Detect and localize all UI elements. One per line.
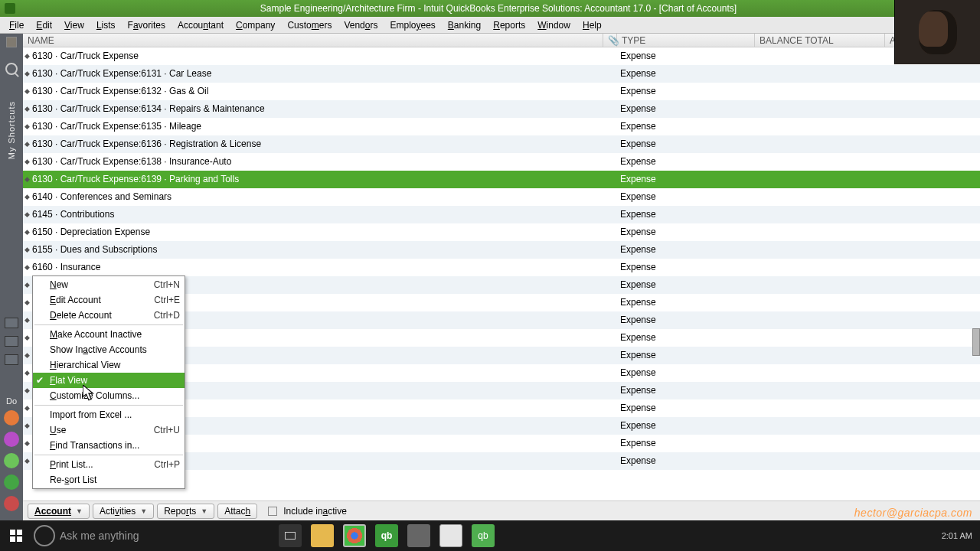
- context-menu-item[interactable]: ✔Flat View: [33, 373, 185, 388]
- table-row[interactable]: ◆6155 · Dues and SubscriptionsExpense: [23, 241, 980, 259]
- row-type: Expense: [617, 191, 755, 202]
- menu-accountant[interactable]: Accountant: [172, 18, 230, 32]
- table-row[interactable]: ◆6130 · Car/Truck Expense:6134 · Repairs…: [23, 100, 980, 118]
- file-explorer-icon[interactable]: [311, 524, 334, 547]
- notepad-icon[interactable]: [439, 524, 462, 547]
- taskbar-search-input[interactable]: Ask me anything: [60, 530, 259, 542]
- taskbar-clock[interactable]: 2:01 AM: [942, 531, 972, 540]
- row-type: Expense: [617, 227, 755, 237]
- sidebar-shortcut-2[interactable]: [5, 336, 18, 347]
- taskbar-app-icon[interactable]: [407, 524, 430, 547]
- cortana-icon[interactable]: [34, 525, 55, 546]
- quickbooks-icon[interactable]: qb: [375, 524, 398, 547]
- row-name: 6140 · Conferences and Seminars: [31, 191, 603, 202]
- context-menu-shortcut: Ctrl+P: [154, 459, 180, 470]
- context-menu-item[interactable]: Import from Excel ...: [33, 407, 185, 422]
- context-menu-separator: [34, 455, 183, 455]
- menu-window[interactable]: Window: [531, 18, 577, 32]
- menu-favorites[interactable]: Favorites: [122, 18, 172, 32]
- table-row[interactable]: ◆6145 · ContributionsExpense: [23, 206, 980, 223]
- windows-taskbar: Ask me anything qb qb 2:01 AM: [0, 520, 980, 551]
- start-button[interactable]: [3, 523, 29, 549]
- menu-edit[interactable]: Edit: [30, 18, 58, 32]
- menu-lists[interactable]: Lists: [90, 18, 122, 32]
- sidebar-do-icon-1[interactable]: [4, 410, 19, 425]
- col-header-type[interactable]: TYPE: [617, 34, 755, 47]
- table-row[interactable]: ◆6140 · Conferences and SeminarsExpense: [23, 188, 980, 206]
- table-row[interactable]: ◆6160 · InsuranceExpense: [23, 259, 980, 276]
- scrollbar-thumb[interactable]: [972, 328, 980, 356]
- row-bullet-icon: ◆: [23, 369, 31, 377]
- table-row[interactable]: ◆6130 · Car/Truck Expense:6131 · Car Lea…: [23, 65, 980, 83]
- context-menu-item[interactable]: Delete AccountCtrl+D: [33, 308, 185, 323]
- context-menu-item[interactable]: Find Transactions in...: [33, 438, 185, 453]
- context-menu-label: Import from Excel ...: [50, 409, 132, 420]
- row-type: Expense: [617, 121, 755, 132]
- left-sidebar: My Shortcuts Do: [0, 34, 23, 520]
- row-bullet-icon: ◆: [23, 422, 31, 429]
- sidebar-do-icon-5[interactable]: [4, 496, 19, 511]
- table-row[interactable]: ◆6130 · Car/Truck Expense:6135 · Mileage…: [23, 118, 980, 135]
- task-view-icon[interactable]: [279, 524, 302, 547]
- window-title: Sample Engineering/Architecture Firm - I…: [21, 3, 975, 14]
- menu-vendors[interactable]: Vendors: [338, 18, 384, 32]
- quickbooks-running-icon[interactable]: qb: [472, 524, 495, 547]
- menu-help[interactable]: Help: [577, 18, 608, 32]
- col-header-pin-icon[interactable]: 📎: [603, 34, 617, 47]
- search-icon[interactable]: [5, 63, 18, 75]
- col-header-balance[interactable]: BALANCE TOTAL: [755, 34, 885, 47]
- context-menu-label: Use: [50, 425, 66, 435]
- table-row[interactable]: ◆6130 · Car/Truck Expense:6132 · Gas & O…: [23, 83, 980, 100]
- watermark-text: hector@garciacpa.com: [854, 507, 972, 519]
- context-menu-item[interactable]: Show Inactive Accounts: [33, 342, 185, 357]
- menu-file[interactable]: File: [3, 18, 30, 32]
- row-bullet-icon: ◆: [23, 351, 31, 359]
- sidebar-do-icon-3[interactable]: [4, 453, 19, 468]
- row-type: Expense: [617, 209, 755, 220]
- sidebar-expand-icon[interactable]: [6, 37, 17, 47]
- menu-employees[interactable]: Employees: [384, 18, 441, 32]
- sidebar-shortcut-3[interactable]: [5, 354, 18, 365]
- col-header-name[interactable]: NAME: [23, 34, 603, 47]
- row-bullet-icon: ◆: [23, 122, 31, 130]
- context-menu-item[interactable]: Customize Columns...: [33, 388, 185, 403]
- context-menu-item[interactable]: Re-sort List: [33, 472, 185, 487]
- menubar: File Edit View Lists Favorites Accountan…: [0, 17, 980, 34]
- row-type: Expense: [617, 139, 755, 149]
- menu-banking[interactable]: Banking: [442, 18, 487, 32]
- sidebar-do-icon-4[interactable]: [4, 474, 19, 490]
- context-menu-item[interactable]: UseCtrl+U: [33, 422, 185, 438]
- context-menu-item[interactable]: Hierarchical View: [33, 357, 185, 373]
- activities-menu-button[interactable]: Activities▼: [93, 504, 154, 519]
- check-icon: ✔: [36, 375, 44, 386]
- menu-view[interactable]: View: [58, 18, 90, 32]
- row-name: 6130 · Car/Truck Expense:6136 · Registra…: [31, 139, 603, 149]
- row-bullet-icon: ◆: [23, 246, 31, 253]
- account-menu-button[interactable]: Account▼: [28, 504, 90, 519]
- table-row[interactable]: ◆6130 · Car/Truck Expense:6138 · Insuran…: [23, 153, 980, 171]
- menu-company[interactable]: Company: [230, 18, 281, 32]
- row-bullet-icon: ◆: [23, 386, 31, 394]
- attach-button[interactable]: Attach: [217, 504, 257, 519]
- menu-reports[interactable]: Reports: [487, 18, 531, 32]
- row-type: Expense: [617, 385, 755, 396]
- context-menu-item[interactable]: Edit AccountCtrl+E: [33, 292, 185, 308]
- include-inactive-checkbox[interactable]: [268, 507, 277, 516]
- chrome-icon[interactable]: [343, 524, 366, 547]
- table-row[interactable]: ◆6130 · Car/Truck Expense:6139 · Parking…: [23, 171, 980, 188]
- sidebar-do-icon-2[interactable]: [4, 432, 19, 447]
- menu-customers[interactable]: Customers: [281, 18, 338, 32]
- row-bullet-icon: ◆: [23, 263, 31, 271]
- table-row[interactable]: ◆6150 · Depreciation ExpenseExpense: [23, 223, 980, 241]
- reports-menu-button[interactable]: Reports▼: [157, 504, 214, 519]
- sidebar-shortcut-1[interactable]: [5, 318, 18, 328]
- context-menu-label: Delete Account: [50, 310, 112, 321]
- context-menu-item[interactable]: NewCtrl+N: [33, 277, 185, 292]
- table-row[interactable]: ◆6130 · Car/Truck Expense:6136 · Registr…: [23, 135, 980, 153]
- row-bullet-icon: ◆: [23, 298, 31, 306]
- context-menu-item[interactable]: Print List...Ctrl+P: [33, 457, 185, 472]
- row-name: 6130 · Car/Truck Expense:6135 · Mileage: [31, 121, 603, 132]
- row-name: 6130 · Car/Truck Expense:6138 · Insuranc…: [31, 156, 603, 167]
- context-menu-item[interactable]: Make Account Inactive: [33, 327, 185, 342]
- table-row[interactable]: ◆6130 · Car/Truck ExpenseExpense: [23, 47, 980, 65]
